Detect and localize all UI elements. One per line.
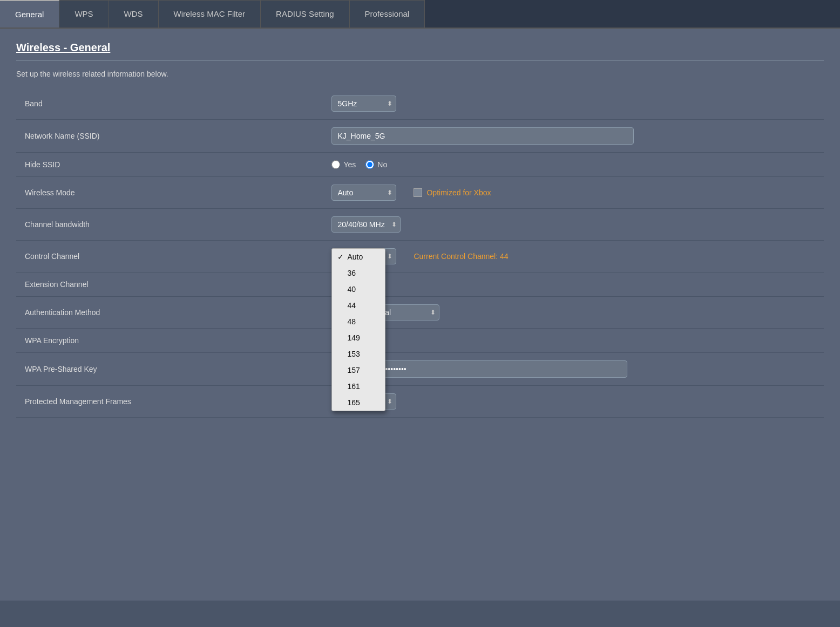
channel-bandwidth-select-wrapper: 20 MHz 40 MHz 20/40 MHz 20/40/80 MHz <box>331 216 401 233</box>
tab-bar: General WPS WDS Wireless MAC Filter RADI… <box>0 0 840 29</box>
wpa-key-row <box>331 360 815 378</box>
dropdown-item-auto[interactable]: Auto <box>332 249 385 265</box>
auth-method-label: Authentication Method <box>16 297 323 329</box>
row-wireless-mode: Wireless Mode Auto N only AC only <box>16 177 824 209</box>
hide-ssid-no-label[interactable]: No <box>365 160 387 169</box>
hide-ssid-no-radio[interactable] <box>365 160 374 169</box>
wireless-mode-label: Wireless Mode <box>16 177 323 209</box>
control-channel-label: Control Channel <box>16 241 323 272</box>
page-subtitle: Set up the wireless related information … <box>16 70 824 78</box>
row-hide-ssid: Hide SSID Yes No <box>16 153 824 177</box>
band-select[interactable]: 2.4GHz 5GHz <box>331 96 396 112</box>
dropdown-item-40[interactable]: 40 <box>332 281 385 297</box>
hide-ssid-radio-group: Yes No <box>331 160 815 169</box>
main-content: Wireless - General Set up the wireless r… <box>0 29 840 601</box>
wireless-mode-select-wrapper: Auto N only AC only <box>331 185 396 201</box>
wpa-key-input[interactable] <box>379 360 627 378</box>
row-channel-bandwidth: Channel bandwidth 20 MHz 40 MHz 20/40 MH… <box>16 209 824 241</box>
row-extension-channel: Extension Channel <box>16 272 824 297</box>
row-wpa-key: WPA Pre-Shared Key <box>16 353 824 386</box>
xbox-text: Optimized for Xbox <box>426 188 491 197</box>
xbox-label-group: Optimized for Xbox <box>414 188 491 197</box>
tab-professional[interactable]: Professional <box>350 0 425 28</box>
dropdown-item-44[interactable]: 44 <box>332 297 385 314</box>
dropdown-item-161[interactable]: 161 <box>332 378 385 394</box>
control-channel-wrapper: Auto 36 40 44 48 149 153 157 161 165 <box>331 248 396 264</box>
row-ssid: Network Name (SSID) <box>16 120 824 153</box>
pmf-label: Protected Management Frames <box>16 386 323 418</box>
row-band: Band 2.4GHz 5GHz <box>16 88 824 120</box>
xbox-checkbox[interactable] <box>414 188 422 197</box>
page-title: Wireless - General <box>16 42 824 54</box>
row-control-channel: Control Channel Auto 36 40 44 48 <box>16 241 824 272</box>
ssid-input[interactable] <box>331 127 634 145</box>
hide-ssid-yes-label[interactable]: Yes <box>331 160 356 169</box>
channel-bandwidth-label: Channel bandwidth <box>16 209 323 241</box>
tab-general[interactable]: General <box>0 0 59 28</box>
tab-radius[interactable]: RADIUS Setting <box>261 0 350 28</box>
settings-table: Band 2.4GHz 5GHz Network Name (SSID) <box>16 88 824 418</box>
row-pmf: Protected Management Frames Disable Capa… <box>16 386 824 418</box>
hide-ssid-label: Hide SSID <box>16 153 323 177</box>
hide-ssid-yes-radio[interactable] <box>331 160 340 169</box>
wpa-key-label: WPA Pre-Shared Key <box>16 353 323 386</box>
ssid-label: Network Name (SSID) <box>16 120 323 153</box>
dropdown-item-153[interactable]: 153 <box>332 346 385 362</box>
wireless-mode-controls: Auto N only AC only Optimized for Xbox <box>331 185 815 201</box>
tab-wps[interactable]: WPS <box>59 0 109 28</box>
band-label: Band <box>16 88 323 120</box>
wpa-encryption-label: WPA Encryption <box>16 329 323 353</box>
current-channel-label: Current Control Channel: 44 <box>414 252 508 261</box>
row-auth-method: Authentication Method Open System WPA-Pe… <box>16 297 824 329</box>
band-select-wrapper: 2.4GHz 5GHz <box>331 96 396 112</box>
tab-wds[interactable]: WDS <box>109 0 159 28</box>
dropdown-item-48[interactable]: 48 <box>332 314 385 330</box>
dropdown-item-149[interactable]: 149 <box>332 330 385 346</box>
dropdown-item-36[interactable]: 36 <box>332 265 385 281</box>
row-wpa-encryption: WPA Encryption <box>16 329 824 353</box>
dropdown-item-165[interactable]: 165 <box>332 394 385 411</box>
wireless-mode-select[interactable]: Auto N only AC only <box>331 185 396 201</box>
channel-bandwidth-select[interactable]: 20 MHz 40 MHz 20/40 MHz 20/40/80 MHz <box>331 216 401 233</box>
tab-mac-filter[interactable]: Wireless MAC Filter <box>159 0 261 28</box>
control-channel-controls: Auto 36 40 44 48 149 153 157 161 165 <box>331 248 815 264</box>
extension-channel-label: Extension Channel <box>16 272 323 297</box>
title-divider <box>16 60 824 61</box>
control-channel-dropdown: Auto 36 40 44 48 149 153 157 161 165 <box>331 248 385 411</box>
dropdown-item-157[interactable]: 157 <box>332 362 385 378</box>
